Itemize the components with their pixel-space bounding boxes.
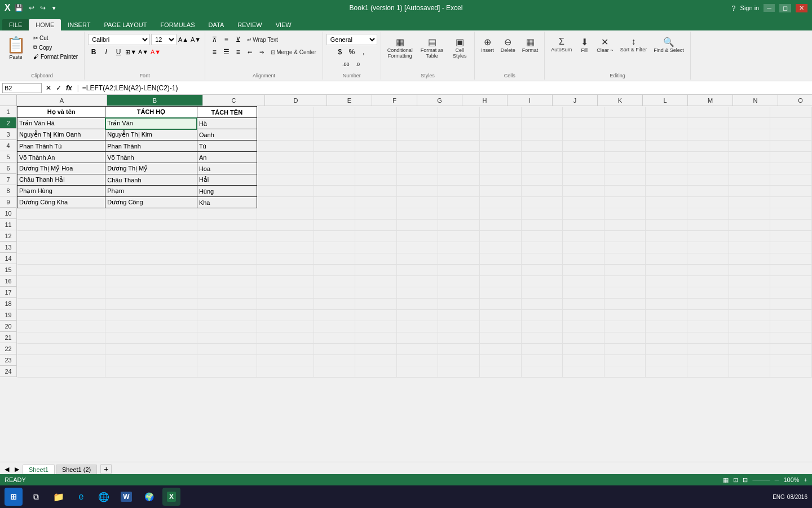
grid-cell-r7-c6[interactable] (396, 174, 438, 186)
grid-cell-r6-c10[interactable] (563, 163, 604, 174)
row-header-9[interactable]: 9 (0, 196, 17, 208)
grid-cell-r16-c8[interactable] (480, 276, 522, 287)
grid-cell-r23-c6[interactable] (396, 355, 438, 366)
grid-cell-r11-c5[interactable] (355, 220, 397, 231)
grid-cell-r11-c3[interactable] (257, 220, 314, 231)
grid-cell-r3-c1[interactable]: Nguyễn Thị Kim (105, 129, 197, 141)
grid-cell-r13-c5[interactable] (355, 242, 397, 253)
sheet-tab-sheet1[interactable]: Sheet1 (23, 465, 55, 474)
delete-btn[interactable]: ⊖ Delete (498, 35, 518, 55)
grid-cell-r24-c14[interactable] (729, 366, 770, 378)
grid-cell-r24-c0[interactable] (17, 366, 105, 378)
copy-button[interactable]: ⧉ Copy (30, 43, 81, 52)
grid-cell-r6-c4[interactable] (314, 163, 355, 174)
grid-cell-r2-c2[interactable]: Hà (197, 118, 257, 129)
grid-cell-r4-c0[interactable]: Phan Thành Tú (17, 141, 105, 152)
tab-view[interactable]: VIEW (269, 19, 298, 30)
grid-cell-r12-c1[interactable] (105, 231, 197, 242)
grid-cell-r19-c10[interactable] (563, 310, 604, 321)
grid-cell-r13-c11[interactable] (604, 242, 646, 253)
grid-cell-r19-c1[interactable] (105, 310, 197, 321)
grid-cell-r16-c1[interactable] (105, 276, 197, 287)
indent-decrease-btn[interactable]: ⇐ (244, 46, 255, 58)
grid-cell-r1-c12[interactable] (646, 107, 687, 118)
restore-btn[interactable]: ◻ (779, 4, 791, 12)
grid-cell-r11-c4[interactable] (314, 220, 355, 231)
grid-cell-r19-c4[interactable] (314, 310, 355, 321)
grid-cell-r8-c11[interactable] (604, 186, 646, 197)
grid-cell-r23-c12[interactable] (646, 355, 687, 366)
comma-btn[interactable]: , (358, 46, 369, 58)
col-header-H[interactable]: H (462, 95, 508, 106)
grid-cell-r17-c11[interactable] (604, 287, 646, 299)
zoom-out-btn[interactable]: ─ (775, 476, 779, 483)
customize-icon[interactable]: ▼ (50, 4, 59, 12)
grid-cell-r5-c6[interactable] (396, 152, 438, 163)
grid-cell-r10-c6[interactable] (396, 208, 438, 220)
clear-btn[interactable]: ✕ Clear ~ (594, 35, 616, 55)
row-header-4[interactable]: 4 (0, 140, 17, 151)
tab-home[interactable]: HOME (29, 19, 61, 30)
grid-cell-r10-c5[interactable] (355, 208, 397, 220)
grid-cell-r11-c14[interactable] (729, 220, 770, 231)
grid-cell-r8-c7[interactable] (438, 186, 480, 197)
grid-cell-r24-c6[interactable] (396, 366, 438, 378)
grid-cell-r7-c8[interactable] (480, 174, 522, 186)
grid-cell-r9-c3[interactable] (257, 197, 314, 208)
grid-cell-r20-c4[interactable] (314, 321, 355, 332)
format-btn[interactable]: ▦ Format (519, 35, 541, 55)
grid-cell-r8-c10[interactable] (563, 186, 604, 197)
grid-cell-r8-c9[interactable] (521, 186, 563, 197)
grid-cell-r20-c11[interactable] (604, 321, 646, 332)
grid-cell-r20-c1[interactable] (105, 321, 197, 332)
grid-cell-r20-c2[interactable] (197, 321, 257, 332)
grid-cell-r23-c5[interactable] (355, 355, 397, 366)
row-header-22[interactable]: 22 (0, 343, 17, 354)
grid-cell-r16-c0[interactable] (17, 276, 105, 287)
grid-cell-r21-c11[interactable] (604, 332, 646, 344)
grid-cell-r12-c3[interactable] (257, 231, 314, 242)
grid-cell-r19-c6[interactable] (396, 310, 438, 321)
grid-cell-r1-c1[interactable]: TÁCH HỌ (105, 107, 197, 118)
tab-file[interactable]: FILE (2, 19, 29, 30)
grid-cell-r10-c4[interactable] (314, 208, 355, 220)
grid-cell-r6-c3[interactable] (257, 163, 314, 174)
grid-cell-r15-c9[interactable] (521, 265, 563, 276)
grid-cell-r6-c13[interactable] (687, 163, 729, 174)
grid-cell-r14-c12[interactable] (646, 253, 687, 265)
grid-cell-r4-c1[interactable]: Phan Thành (105, 141, 197, 152)
align-middle-btn[interactable]: ≡ (220, 34, 232, 45)
grid-cell-r17-c10[interactable] (563, 287, 604, 299)
format-as-table-btn[interactable]: ▤ Format asTable (418, 35, 447, 60)
grid-cell-r22-c11[interactable] (604, 344, 646, 355)
grid-cell-r22-c5[interactable] (355, 344, 397, 355)
grid-cell-r21-c5[interactable] (355, 332, 397, 344)
grid-cell-r12-c11[interactable] (604, 231, 646, 242)
confirm-formula-btn[interactable]: ✓ (54, 84, 63, 93)
grid-cell-r18-c4[interactable] (314, 299, 355, 310)
grid-cell-r14-c6[interactable] (396, 253, 438, 265)
grid-cell-r22-c8[interactable] (480, 344, 522, 355)
grid-cell-r13-c12[interactable] (646, 242, 687, 253)
grid-cell-r3-c5[interactable] (355, 129, 397, 141)
grid-cell-r9-c15[interactable] (770, 197, 812, 208)
grid-cell-r16-c6[interactable] (396, 276, 438, 287)
grid-cell-r16-c10[interactable] (563, 276, 604, 287)
grid-cell-r18-c15[interactable] (770, 299, 812, 310)
grid-cell-r22-c12[interactable] (646, 344, 687, 355)
grid-cell-r18-c11[interactable] (604, 299, 646, 310)
minimize-btn[interactable]: ─ (764, 4, 775, 12)
grid-cell-r15-c3[interactable] (257, 265, 314, 276)
grid-cell-r22-c6[interactable] (396, 344, 438, 355)
grid-cell-r12-c13[interactable] (687, 231, 729, 242)
grid-cell-r22-c10[interactable] (563, 344, 604, 355)
grid-cell-r24-c2[interactable] (197, 366, 257, 378)
grid-cell-r5-c7[interactable] (438, 152, 480, 163)
grid-cell-r7-c3[interactable] (257, 174, 314, 186)
grid-cell-r1-c0[interactable]: Họ và tên (17, 107, 105, 118)
grid-cell-r2-c0[interactable]: Trần Văn Hà (17, 118, 105, 129)
grid-cell-r17-c5[interactable] (355, 287, 397, 299)
grid-cell-r13-c15[interactable] (770, 242, 812, 253)
grid-cell-r17-c4[interactable] (314, 287, 355, 299)
decrease-font-btn[interactable]: A▼ (190, 34, 201, 45)
